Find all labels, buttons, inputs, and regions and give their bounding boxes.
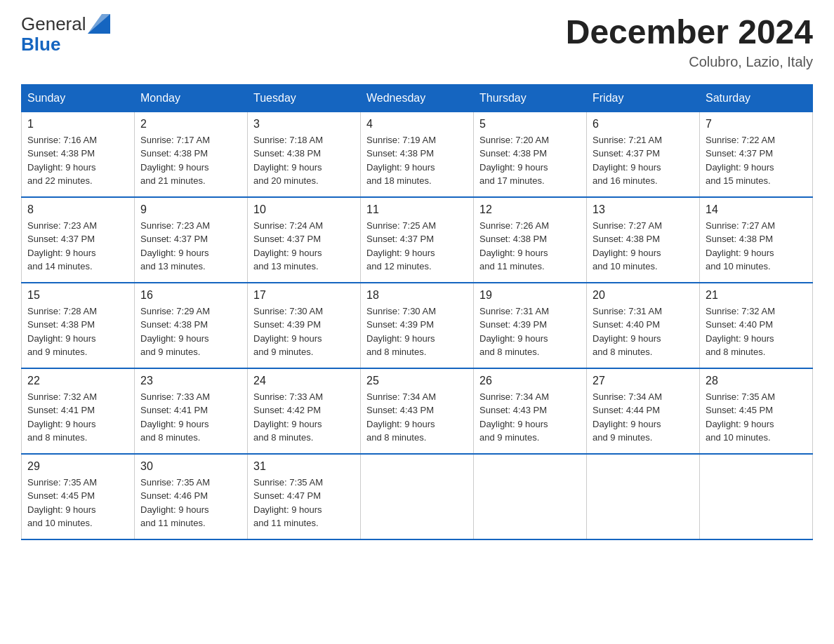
day-info: Sunrise: 7:31 AM Sunset: 4:40 PM Dayligh… [593,304,694,359]
page-header: General Blue December 2024 Colubro, Lazi… [21,14,813,70]
day-number: 2 [140,118,241,130]
title-block: December 2024 Colubro, Lazio, Italy [566,14,813,70]
calendar-cell [474,454,587,539]
day-info: Sunrise: 7:30 AM Sunset: 4:39 PM Dayligh… [253,304,355,359]
calendar-week-row: 8 Sunrise: 7:23 AM Sunset: 4:37 PM Dayli… [22,197,813,283]
day-info: Sunrise: 7:34 AM Sunset: 4:43 PM Dayligh… [479,390,581,445]
calendar-cell: 13 Sunrise: 7:27 AM Sunset: 4:38 PM Dayl… [587,197,700,283]
calendar-cell: 11 Sunrise: 7:25 AM Sunset: 4:37 PM Dayl… [361,197,474,283]
weekday-header-monday: Monday [135,84,248,112]
calendar-cell: 8 Sunrise: 7:23 AM Sunset: 4:37 PM Dayli… [22,197,135,283]
day-info: Sunrise: 7:30 AM Sunset: 4:39 PM Dayligh… [366,304,468,359]
day-info: Sunrise: 7:27 AM Sunset: 4:38 PM Dayligh… [706,219,807,274]
day-number: 16 [140,289,241,302]
day-info: Sunrise: 7:28 AM Sunset: 4:38 PM Dayligh… [27,304,128,359]
calendar-cell: 16 Sunrise: 7:29 AM Sunset: 4:38 PM Dayl… [135,283,248,368]
calendar-week-row: 22 Sunrise: 7:32 AM Sunset: 4:41 PM Dayl… [22,368,813,454]
weekday-header-wednesday: Wednesday [361,84,474,112]
day-info: Sunrise: 7:23 AM Sunset: 4:37 PM Dayligh… [140,219,241,274]
day-number: 26 [479,375,581,387]
calendar-cell: 23 Sunrise: 7:33 AM Sunset: 4:41 PM Dayl… [135,368,248,454]
day-info: Sunrise: 7:34 AM Sunset: 4:43 PM Dayligh… [366,390,468,445]
day-number: 24 [253,375,355,387]
day-number: 19 [479,289,581,302]
calendar-cell: 14 Sunrise: 7:27 AM Sunset: 4:38 PM Dayl… [700,197,813,283]
day-number: 30 [140,460,241,473]
calendar-week-row: 15 Sunrise: 7:28 AM Sunset: 4:38 PM Dayl… [22,283,813,368]
calendar-cell: 21 Sunrise: 7:32 AM Sunset: 4:40 PM Dayl… [700,283,813,368]
calendar-cell: 19 Sunrise: 7:31 AM Sunset: 4:39 PM Dayl… [474,283,587,368]
weekday-header-thursday: Thursday [474,84,587,112]
day-info: Sunrise: 7:18 AM Sunset: 4:38 PM Dayligh… [253,133,355,188]
calendar-week-row: 1 Sunrise: 7:16 AM Sunset: 4:38 PM Dayli… [22,112,813,197]
day-info: Sunrise: 7:35 AM Sunset: 4:46 PM Dayligh… [140,476,241,530]
calendar-cell: 18 Sunrise: 7:30 AM Sunset: 4:39 PM Dayl… [361,283,474,368]
day-number: 23 [140,375,241,387]
calendar-week-row: 29 Sunrise: 7:35 AM Sunset: 4:45 PM Dayl… [22,454,813,539]
page-title: December 2024 [566,14,813,51]
logo-general: General [21,14,86,34]
day-number: 9 [140,203,241,216]
day-info: Sunrise: 7:32 AM Sunset: 4:41 PM Dayligh… [27,390,128,445]
day-info: Sunrise: 7:35 AM Sunset: 4:45 PM Dayligh… [706,390,807,445]
day-number: 12 [479,203,581,216]
day-info: Sunrise: 7:35 AM Sunset: 4:47 PM Dayligh… [253,476,355,530]
day-number: 29 [27,460,128,473]
day-number: 6 [593,118,694,130]
calendar-cell: 26 Sunrise: 7:34 AM Sunset: 4:43 PM Dayl… [474,368,587,454]
calendar-cell: 3 Sunrise: 7:18 AM Sunset: 4:38 PM Dayli… [248,112,361,197]
calendar-cell [700,454,813,539]
day-info: Sunrise: 7:31 AM Sunset: 4:39 PM Dayligh… [479,304,581,359]
calendar-cell: 10 Sunrise: 7:24 AM Sunset: 4:37 PM Dayl… [248,197,361,283]
day-info: Sunrise: 7:33 AM Sunset: 4:41 PM Dayligh… [140,390,241,445]
calendar-cell: 22 Sunrise: 7:32 AM Sunset: 4:41 PM Dayl… [22,368,135,454]
calendar-cell: 12 Sunrise: 7:26 AM Sunset: 4:38 PM Dayl… [474,197,587,283]
day-info: Sunrise: 7:17 AM Sunset: 4:38 PM Dayligh… [140,133,241,188]
day-info: Sunrise: 7:19 AM Sunset: 4:38 PM Dayligh… [366,133,468,188]
calendar-table: SundayMondayTuesdayWednesdayThursdayFrid… [21,84,813,540]
weekday-header-tuesday: Tuesday [248,84,361,112]
page-subtitle: Colubro, Lazio, Italy [566,54,813,70]
day-info: Sunrise: 7:34 AM Sunset: 4:44 PM Dayligh… [593,390,694,445]
day-info: Sunrise: 7:20 AM Sunset: 4:38 PM Dayligh… [479,133,581,188]
calendar-cell: 27 Sunrise: 7:34 AM Sunset: 4:44 PM Dayl… [587,368,700,454]
day-info: Sunrise: 7:32 AM Sunset: 4:40 PM Dayligh… [706,304,807,359]
day-number: 15 [27,289,128,302]
day-info: Sunrise: 7:22 AM Sunset: 4:37 PM Dayligh… [706,133,807,188]
day-info: Sunrise: 7:27 AM Sunset: 4:38 PM Dayligh… [593,219,694,274]
weekday-header-sunday: Sunday [22,84,135,112]
day-number: 27 [593,375,694,387]
calendar-cell: 24 Sunrise: 7:33 AM Sunset: 4:42 PM Dayl… [248,368,361,454]
calendar-cell [587,454,700,539]
calendar-cell: 28 Sunrise: 7:35 AM Sunset: 4:45 PM Dayl… [700,368,813,454]
day-number: 4 [366,118,468,130]
calendar-cell: 2 Sunrise: 7:17 AM Sunset: 4:38 PM Dayli… [135,112,248,197]
day-info: Sunrise: 7:35 AM Sunset: 4:45 PM Dayligh… [27,476,128,530]
day-number: 14 [706,203,807,216]
day-number: 1 [27,118,128,130]
day-number: 10 [253,203,355,216]
calendar-cell: 25 Sunrise: 7:34 AM Sunset: 4:43 PM Dayl… [361,368,474,454]
day-info: Sunrise: 7:16 AM Sunset: 4:38 PM Dayligh… [27,133,128,188]
day-number: 3 [253,118,355,130]
logo: General Blue [21,14,110,54]
logo-blue: Blue [21,34,60,55]
calendar-cell: 7 Sunrise: 7:22 AM Sunset: 4:37 PM Dayli… [700,112,813,197]
day-number: 17 [253,289,355,302]
calendar-cell: 17 Sunrise: 7:30 AM Sunset: 4:39 PM Dayl… [248,283,361,368]
day-number: 8 [27,203,128,216]
calendar-cell: 4 Sunrise: 7:19 AM Sunset: 4:38 PM Dayli… [361,112,474,197]
day-number: 31 [253,460,355,473]
day-info: Sunrise: 7:24 AM Sunset: 4:37 PM Dayligh… [253,219,355,274]
weekday-header-saturday: Saturday [700,84,813,112]
day-number: 11 [366,203,468,216]
logo-icon [88,14,110,34]
day-info: Sunrise: 7:33 AM Sunset: 4:42 PM Dayligh… [253,390,355,445]
svg-marker-1 [88,14,110,34]
calendar-cell: 1 Sunrise: 7:16 AM Sunset: 4:38 PM Dayli… [22,112,135,197]
day-info: Sunrise: 7:21 AM Sunset: 4:37 PM Dayligh… [593,133,694,188]
day-number: 7 [706,118,807,130]
calendar-cell: 15 Sunrise: 7:28 AM Sunset: 4:38 PM Dayl… [22,283,135,368]
calendar-cell: 9 Sunrise: 7:23 AM Sunset: 4:37 PM Dayli… [135,197,248,283]
day-number: 28 [706,375,807,387]
